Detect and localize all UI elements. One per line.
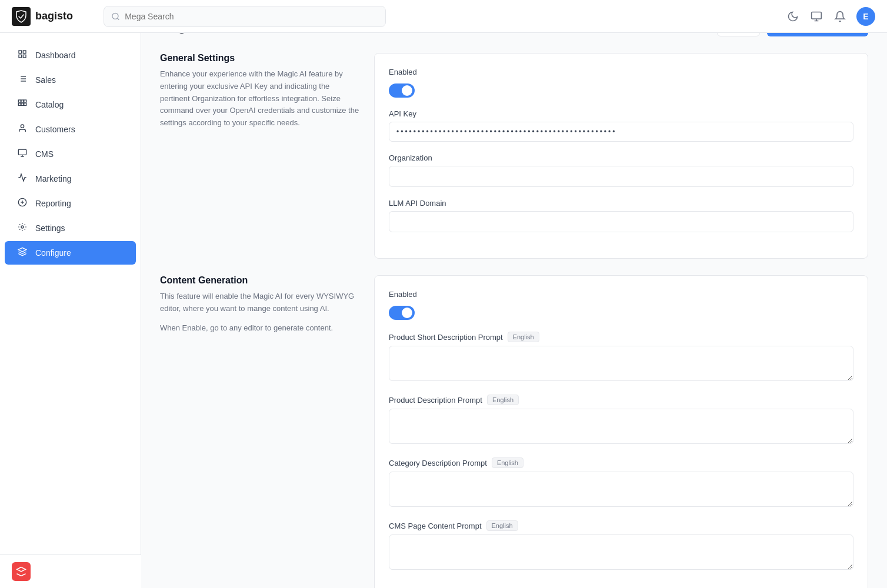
general-enabled-field: Enabled	[389, 68, 853, 98]
sidebar-item-marketing-label: Marketing	[35, 174, 71, 183]
bell-icon[interactable]	[833, 9, 847, 24]
monitor-icon[interactable]	[809, 9, 823, 24]
sidebar-item-cms[interactable]: CMS	[5, 142, 136, 166]
sidebar-item-dashboard-label: Dashboard	[35, 51, 76, 60]
cms-page-label: CMS Page Content Prompt English	[389, 520, 853, 531]
svg-rect-20	[18, 149, 26, 155]
sidebar: Dashboard Sales Catalog Customers CMS Ma…	[0, 33, 141, 588]
topnav-actions: E	[786, 7, 875, 26]
content-enabled-label: Enabled	[389, 290, 853, 299]
reporting-icon	[16, 198, 28, 209]
category-desc-label: Category Description Prompt English	[389, 457, 853, 468]
settings-icon	[16, 222, 28, 234]
product-desc-textarea[interactable]	[389, 409, 853, 444]
sidebar-item-cms-label: CMS	[35, 149, 54, 159]
general-enabled-toggle-wrap	[389, 83, 853, 98]
general-enabled-label: Enabled	[389, 68, 853, 76]
svg-rect-3	[19, 51, 22, 54]
product-desc-lang-badge: English	[487, 395, 519, 405]
category-desc-field: Category Description Prompt English	[389, 457, 853, 509]
cms-page-textarea[interactable]	[389, 534, 853, 570]
sales-icon	[16, 74, 28, 86]
sidebar-item-catalog-label: Catalog	[35, 100, 64, 109]
search-input[interactable]	[125, 12, 378, 21]
bottom-brand-icon	[12, 562, 31, 581]
sidebar-item-configure[interactable]: Configure	[5, 241, 136, 265]
sidebar-item-settings-label: Settings	[35, 223, 65, 233]
svg-point-24	[21, 226, 24, 228]
svg-rect-14	[21, 100, 24, 102]
marketing-icon	[16, 173, 28, 185]
sidebar-item-sales-label: Sales	[35, 75, 56, 85]
product-short-desc-field: Product Short Description Prompt English	[389, 332, 853, 383]
svg-rect-13	[18, 100, 21, 102]
cms-page-field: CMS Page Content Prompt English	[389, 520, 853, 572]
svg-rect-5	[19, 55, 22, 58]
content-generation-section: Content Generation This feature will ena…	[160, 275, 868, 588]
svg-rect-4	[23, 51, 26, 54]
svg-rect-18	[24, 103, 26, 105]
content-enabled-field: Enabled	[389, 290, 853, 320]
api-key-field: API Key	[389, 109, 853, 142]
product-desc-label: Product Description Prompt English	[389, 395, 853, 405]
organization-label: Organization	[389, 153, 853, 162]
user-avatar[interactable]: E	[856, 7, 875, 26]
content-generation-description2: When Enable, go to any editor to generat…	[160, 322, 360, 335]
customers-icon	[16, 123, 28, 135]
general-settings-description: Enhance your experience with the Magic A…	[160, 68, 360, 129]
moon-icon[interactable]	[786, 9, 800, 24]
svg-rect-16	[18, 103, 21, 105]
content-generation-title: Content Generation	[160, 275, 360, 286]
sidebar-item-sales[interactable]: Sales	[5, 68, 136, 92]
api-key-label: API Key	[389, 109, 853, 118]
general-settings-title: General Settings	[160, 53, 360, 64]
svg-point-19	[21, 125, 24, 128]
dashboard-icon	[16, 49, 28, 61]
general-settings-left: General Settings Enhance your experience…	[160, 53, 360, 259]
llm-api-domain-input[interactable]	[389, 211, 853, 232]
content-generation-description1: This feature will enable the Magic AI fo…	[160, 290, 360, 315]
sidebar-item-catalog[interactable]: Catalog	[5, 93, 136, 116]
svg-rect-0	[12, 7, 31, 26]
llm-api-domain-label: LLM API Domain	[389, 199, 853, 208]
configure-icon	[16, 247, 28, 259]
product-short-desc-label: Product Short Description Prompt English	[389, 332, 853, 342]
logo-area: bagisto	[12, 7, 94, 26]
sidebar-item-settings[interactable]: Settings	[5, 216, 136, 240]
main-content: Magic AI Back Save Configuration General…	[141, 0, 887, 588]
organization-field: Organization	[389, 153, 853, 187]
sidebar-item-reporting-label: Reporting	[35, 199, 71, 208]
svg-point-1	[112, 13, 118, 19]
general-enabled-toggle[interactable]	[389, 83, 415, 98]
sidebar-item-dashboard[interactable]: Dashboard	[5, 44, 136, 67]
svg-rect-6	[23, 55, 26, 58]
sidebar-item-marketing[interactable]: Marketing	[5, 167, 136, 191]
sidebar-item-reporting[interactable]: Reporting	[5, 192, 136, 215]
category-desc-lang-badge: English	[492, 457, 523, 468]
search-bar[interactable]	[104, 6, 386, 27]
general-settings-section: General Settings Enhance your experience…	[160, 53, 868, 259]
svg-rect-2	[812, 12, 822, 19]
general-settings-form: Enabled API Key Organization LLM API Dom…	[374, 53, 868, 259]
catalog-icon	[16, 99, 28, 111]
sidebar-item-configure-label: Configure	[35, 248, 71, 258]
product-short-desc-lang-badge: English	[508, 332, 539, 342]
cms-icon	[16, 148, 28, 160]
product-desc-field: Product Description Prompt English	[389, 395, 853, 446]
content-generation-left: Content Generation This feature will ena…	[160, 275, 360, 588]
search-icon	[111, 12, 120, 21]
content-enabled-toggle[interactable]	[389, 306, 415, 320]
logo-text: bagisto	[35, 10, 73, 22]
top-navigation: bagisto E	[0, 0, 887, 33]
sidebar-item-customers[interactable]: Customers	[5, 118, 136, 141]
llm-api-domain-field: LLM API Domain	[389, 199, 853, 232]
svg-rect-17	[21, 103, 24, 105]
category-desc-textarea[interactable]	[389, 472, 853, 507]
api-key-input[interactable]	[389, 122, 853, 142]
sidebar-item-customers-label: Customers	[35, 125, 75, 134]
product-short-desc-textarea[interactable]	[389, 346, 853, 381]
svg-rect-15	[24, 100, 26, 102]
content-enabled-toggle-wrap	[389, 306, 853, 320]
bagisto-logo-icon	[12, 7, 31, 26]
organization-input[interactable]	[389, 166, 853, 187]
